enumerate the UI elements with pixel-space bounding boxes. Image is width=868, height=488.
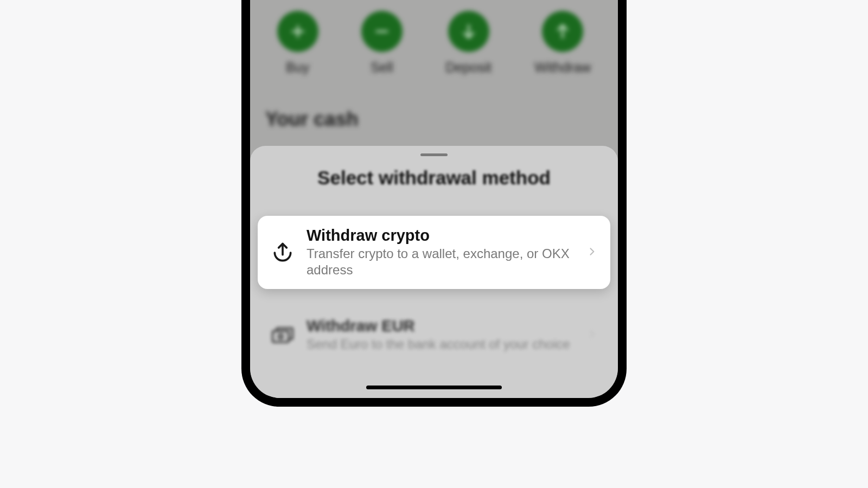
option-subtitle: Transfer crypto to a wallet, exchange, o… <box>307 246 575 278</box>
option-text: Withdraw EUR Send Euro to the bank accou… <box>307 317 575 352</box>
buy-label: Buy <box>286 60 309 75</box>
option-text: Withdraw crypto Transfer crypto to a wal… <box>307 227 575 278</box>
arrow-down-icon <box>448 11 489 52</box>
quick-actions: Buy Sell Deposit <box>250 5 618 75</box>
device-screen: Buy Sell Deposit <box>250 0 618 398</box>
deposit-button[interactable]: Deposit <box>445 11 492 75</box>
device-frame: Buy Sell Deposit <box>241 0 627 407</box>
cash-icon <box>271 323 295 347</box>
deposit-label: Deposit <box>445 60 492 75</box>
svg-point-7 <box>278 334 283 338</box>
withdraw-button[interactable]: Withdraw <box>534 11 591 75</box>
option-withdraw-crypto[interactable]: Withdraw crypto Transfer crypto to a wal… <box>258 216 610 289</box>
withdraw-crypto-icon <box>271 241 295 265</box>
svg-rect-6 <box>273 331 289 342</box>
option-subtitle: Send Euro to the bank account of your ch… <box>307 336 575 352</box>
chevron-right-icon <box>586 244 597 261</box>
sheet-title: Select withdrawal method <box>250 167 618 189</box>
option-title: Withdraw EUR <box>307 317 575 335</box>
sell-label: Sell <box>371 60 393 75</box>
home-indicator[interactable] <box>366 386 502 389</box>
sell-button[interactable]: Sell <box>361 11 403 75</box>
option-withdraw-eur[interactable]: Withdraw EUR Send Euro to the bank accou… <box>258 306 610 363</box>
minus-icon <box>361 11 403 52</box>
withdraw-label: Withdraw <box>534 60 591 75</box>
section-title: Your cash <box>250 75 618 131</box>
arrow-up-icon <box>542 11 583 52</box>
buy-button[interactable]: Buy <box>277 11 318 75</box>
option-title: Withdraw crypto <box>307 227 575 245</box>
sheet-handle[interactable] <box>420 153 448 156</box>
withdrawal-sheet: Select withdrawal method Withdraw crypto… <box>250 146 618 398</box>
plus-icon <box>277 11 318 52</box>
chevron-right-icon <box>586 326 597 344</box>
